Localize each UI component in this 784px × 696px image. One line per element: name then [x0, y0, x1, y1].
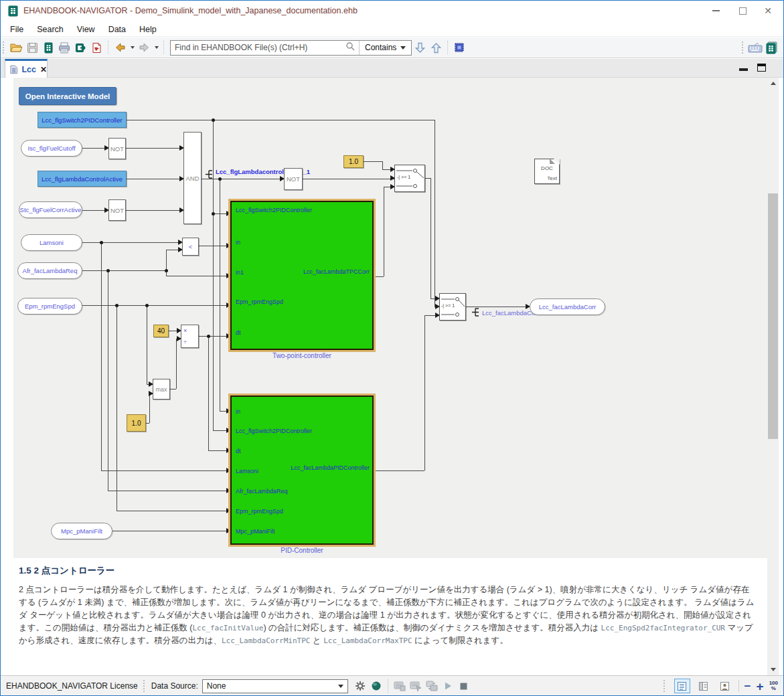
ehandbook-home-button[interactable]	[763, 39, 779, 56]
data-source-connect-button[interactable]	[368, 678, 384, 694]
minimize-icon	[712, 10, 720, 11]
save-button[interactable]	[24, 39, 40, 56]
subsystem-pid-controller[interactable]: in Lcc_flgSwitch2PIDController dt Lamson…	[230, 396, 374, 545]
multiply-port-label: ×	[183, 327, 187, 334]
max-label: max	[155, 386, 167, 393]
menu-help[interactable]: Help	[133, 23, 163, 35]
zoom-in-button[interactable]: +	[757, 680, 764, 693]
inport-mpc-pmanifilt[interactable]: Mpc_pManiFilt	[51, 523, 112, 539]
find-previous-button[interactable]	[428, 39, 444, 56]
scrollbar-thumb[interactable]	[768, 193, 778, 439]
lt-label: <	[189, 243, 193, 250]
calibration-transfer-button[interactable]	[424, 678, 440, 694]
not-block-2[interactable]: NOT	[108, 199, 126, 221]
inport-isc-flgfuelcutoff[interactable]: Isc_flgFuelCutoff	[21, 140, 82, 157]
calibration-transfer-icon	[426, 681, 438, 691]
menu-data[interactable]: Data	[102, 23, 133, 35]
print-icon	[58, 42, 70, 54]
triangle-up-icon	[771, 82, 776, 85]
menu-search[interactable]: Search	[30, 23, 70, 35]
scroll-up-button[interactable]	[767, 78, 779, 89]
constant-40[interactable]: 40	[153, 325, 169, 337]
open-interactive-model-button[interactable]: Open Interactive Model	[19, 87, 116, 105]
inport-label: Isc_flgFuelCutoff	[27, 145, 75, 152]
vertical-scrollbar[interactable]	[767, 78, 779, 675]
virtual-keyboard-button[interactable]	[747, 39, 763, 56]
close-button[interactable]: ✕	[757, 1, 779, 21]
maximize-icon	[739, 7, 747, 15]
back-history-dropdown[interactable]	[128, 39, 136, 56]
minimize-button[interactable]	[704, 1, 727, 21]
pdf-icon	[92, 42, 102, 54]
open-ebook-button[interactable]	[40, 39, 56, 56]
data-source-select[interactable]: None	[202, 679, 348, 693]
constant-1-0-a[interactable]: 1.0	[343, 155, 364, 168]
calibration-view-button[interactable]	[392, 678, 408, 694]
switch-condition-label: -| >= 1	[441, 303, 455, 308]
stop-measurement-button[interactable]	[456, 678, 472, 694]
export-button[interactable]	[72, 39, 88, 56]
subsystem-two-point-controller[interactable]: Lcc_flgSwitch2PIDController in in1 Epm_r…	[230, 201, 374, 350]
max-block[interactable]: max	[153, 379, 170, 400]
not-block-1[interactable]: NOT	[108, 138, 126, 159]
constant-1-0-b[interactable]: 1.0	[127, 414, 146, 432]
start-measurement-button[interactable]	[440, 678, 456, 694]
zoom-out-button[interactable]: −	[744, 681, 751, 692]
navigate-back-button[interactable]	[112, 39, 128, 56]
search-mode-dropdown[interactable]: Contains	[359, 41, 411, 55]
menu-file[interactable]: File	[3, 23, 30, 35]
inport-label: Lamsoni	[40, 239, 64, 246]
toolbar-separator	[163, 41, 164, 54]
reader-view-button[interactable]	[717, 679, 733, 693]
doc-text-block[interactable]: DOC Text	[534, 159, 560, 184]
maximize-pane-icon[interactable]	[757, 64, 766, 72]
source-block-flglambdacontrolactive[interactable]: Lcc_flgLambdaControlActive	[37, 171, 127, 187]
find-next-button[interactable]	[412, 39, 428, 56]
source-block-flgswitch2pid[interactable]: Lcc_flgSwitch2PIDController	[37, 112, 127, 128]
single-page-view-button[interactable]	[674, 679, 690, 693]
port-label: dt	[236, 329, 241, 336]
divide-port-label: ÷	[183, 339, 187, 345]
maximize-button[interactable]	[731, 1, 754, 21]
model-browser-button[interactable]	[451, 39, 467, 56]
section-heading: 1.5 2 点コントローラー	[19, 565, 114, 577]
export-pdf-button[interactable]	[88, 39, 104, 56]
navigate-forward-button[interactable]	[136, 39, 152, 56]
inport-epm-rpmengspd[interactable]: Epm_rpmEngSpd	[17, 298, 82, 315]
keyboard-icon	[748, 42, 763, 54]
data-source-value: None	[207, 681, 226, 691]
subsystem-title: Two-point-controller	[230, 352, 374, 359]
divide-block[interactable]: × ÷	[181, 325, 199, 348]
search-group: Contains	[170, 40, 412, 56]
open-file-button[interactable]	[8, 39, 24, 56]
subsystem-title: PID-Controller	[230, 547, 374, 554]
stop-icon	[459, 682, 468, 691]
search-input[interactable]	[171, 41, 341, 54]
menu-bar: File Search View Data Help	[1, 22, 783, 37]
switch-block-2[interactable]: -| >= 1	[439, 293, 466, 321]
relational-lt-block[interactable]: <	[182, 238, 199, 256]
inport-lamsoni[interactable]: Lamsoni	[21, 234, 82, 251]
calibration-edit-button[interactable]	[408, 678, 424, 694]
zoom-level-indicator[interactable]: 100 %	[769, 681, 778, 691]
inport-stc-flgfuelcorractive[interactable]: Stc_flgFuelCorrActive	[19, 201, 82, 218]
and-block[interactable]: AND	[183, 132, 202, 224]
print-button[interactable]	[56, 39, 72, 56]
tab-close-icon[interactable]: ✕	[40, 65, 47, 74]
switch-block-1[interactable]: -| >= 1	[394, 165, 425, 192]
triangle-down-icon	[771, 668, 776, 671]
minimize-pane-icon[interactable]	[739, 68, 748, 71]
search-icon	[341, 41, 359, 54]
scroll-down-button[interactable]	[767, 664, 779, 675]
inport-afr-faclambdareq[interactable]: Afr_facLambdaReq	[17, 262, 82, 279]
split-view-button[interactable]	[696, 679, 712, 693]
switch-condition-label: -| >= 1	[397, 175, 410, 179]
forward-history-dropdown[interactable]	[152, 39, 160, 56]
data-source-settings-button[interactable]	[352, 678, 368, 694]
outport-lcc-faclambdacorr[interactable]: Lcc_facLambdaCorr	[530, 298, 605, 315]
chevron-down-icon	[131, 46, 135, 49]
not-block-3[interactable]: NOT	[284, 168, 303, 190]
calibration-edit-icon	[410, 681, 422, 691]
tab-lcc[interactable]: Lcc ✕	[5, 59, 48, 78]
menu-view[interactable]: View	[70, 23, 102, 35]
